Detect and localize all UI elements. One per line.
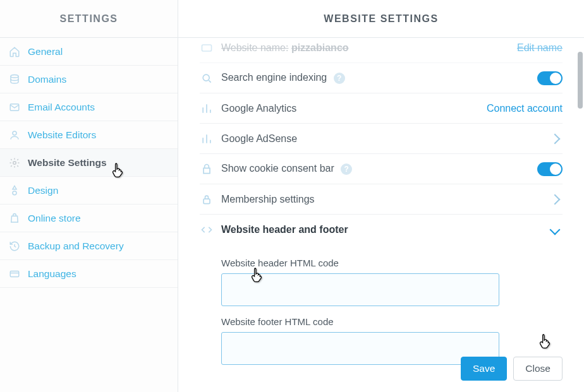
history-icon [9, 241, 20, 252]
sidebar-item-label: Design [28, 185, 58, 196]
search-indexing-toggle[interactable] [537, 71, 563, 85]
svg-point-2 [13, 131, 16, 135]
search-indexing-label: Search engine indexing ? [221, 72, 530, 84]
help-icon[interactable]: ? [334, 73, 345, 84]
cookie-bar-toggle[interactable] [537, 162, 563, 176]
sidebar: SETTINGS General Domains Email Accounts … [0, 0, 178, 392]
card-icon [9, 268, 20, 280]
chevron-right-icon [550, 133, 561, 144]
website-name-label: Website name: pizzabianco [221, 42, 509, 54]
lock-icon [200, 193, 214, 206]
svg-rect-5 [10, 271, 19, 276]
connect-account-link[interactable]: Connect account [487, 103, 563, 114]
svg-point-4 [13, 191, 16, 194]
row-website-name: Website name: pizzabianco Edit name [200, 38, 563, 63]
bag-icon [9, 213, 20, 224]
row-google-adsense[interactable]: Google AdSense [200, 124, 563, 154]
sidebar-item-backup-recovery[interactable]: Backup and Recovery [0, 232, 178, 260]
adsense-icon [200, 132, 214, 146]
search-icon [200, 71, 214, 85]
header-code-label: Website header HTML code [221, 258, 563, 268]
save-button[interactable]: Save [461, 357, 507, 381]
main-title: WEBSITE SETTINGS [178, 0, 584, 38]
svg-point-0 [11, 74, 18, 78]
svg-point-7 [203, 74, 209, 81]
sidebar-item-label: Email Accounts [28, 102, 95, 113]
svg-rect-6 [202, 45, 212, 51]
sidebar-item-label: Domains [28, 74, 66, 85]
mail-icon [9, 102, 20, 113]
settings-scroll[interactable]: Website name: pizzabianco Edit name Sear… [178, 38, 584, 392]
sidebar-item-label: Online store [28, 213, 81, 224]
chevron-right-icon [550, 194, 561, 205]
membership-label: Membership settings [221, 194, 544, 205]
row-cookie-bar: Show cookie consent bar ? [200, 154, 563, 184]
analytics-icon [200, 102, 214, 116]
sidebar-item-domains[interactable]: Domains [0, 66, 178, 93]
sidebar-item-label: Website Settings [28, 157, 107, 169]
sidebar-item-online-store[interactable]: Online store [0, 205, 178, 232]
chevron-down-icon [550, 225, 561, 235]
sidebar-item-label: Website Editors [28, 129, 96, 141]
row-membership[interactable]: Membership settings [200, 184, 563, 215]
sidebar-item-website-editors[interactable]: Website Editors [0, 121, 178, 149]
edit-name-link[interactable]: Edit name [517, 42, 563, 54]
footer-code-label: Website footer HTML code [221, 316, 563, 327]
home-icon [9, 46, 20, 57]
gear-icon [9, 157, 20, 169]
sidebar-item-label: Backup and Recovery [28, 241, 124, 252]
google-adsense-label: Google AdSense [221, 133, 544, 145]
header-code-input[interactable] [221, 273, 499, 306]
database-icon [9, 74, 20, 85]
sidebar-item-label: General [28, 46, 63, 57]
sidebar-item-website-settings[interactable]: Website Settings [0, 149, 178, 177]
sidebar-title: SETTINGS [0, 0, 178, 38]
header-footer-label: Website header and footer [221, 224, 544, 235]
sidebar-item-label: Languages [28, 268, 76, 280]
scrollbar[interactable] [578, 38, 583, 120]
row-header-footer[interactable]: Website header and footer [200, 215, 563, 245]
close-button[interactable]: Close [513, 357, 563, 381]
row-search-indexing: Search engine indexing ? [200, 63, 563, 93]
tag-icon [200, 41, 214, 55]
header-footer-body: Website header HTML code Website footer … [200, 245, 563, 372]
cookie-icon [200, 162, 214, 176]
main-panel: WEBSITE SETTINGS Website name: pizzabian… [178, 0, 584, 392]
code-icon [200, 223, 214, 237]
bottom-bar: Save Close [461, 357, 563, 381]
google-analytics-label: Google Analytics [221, 103, 479, 114]
svg-rect-8 [204, 199, 210, 204]
sidebar-item-general[interactable]: General [0, 38, 178, 66]
sidebar-item-languages[interactable]: Languages [0, 260, 178, 288]
help-icon[interactable]: ? [341, 163, 352, 175]
svg-point-3 [13, 161, 16, 164]
user-icon [9, 129, 20, 141]
sidebar-item-email-accounts[interactable]: Email Accounts [0, 93, 178, 121]
cookie-bar-label: Show cookie consent bar ? [221, 163, 530, 175]
swatch-icon [9, 185, 20, 196]
sidebar-item-design[interactable]: Design [0, 177, 178, 205]
row-google-analytics: Google Analytics Connect account [200, 93, 563, 124]
footer-code-input[interactable] [221, 332, 499, 365]
